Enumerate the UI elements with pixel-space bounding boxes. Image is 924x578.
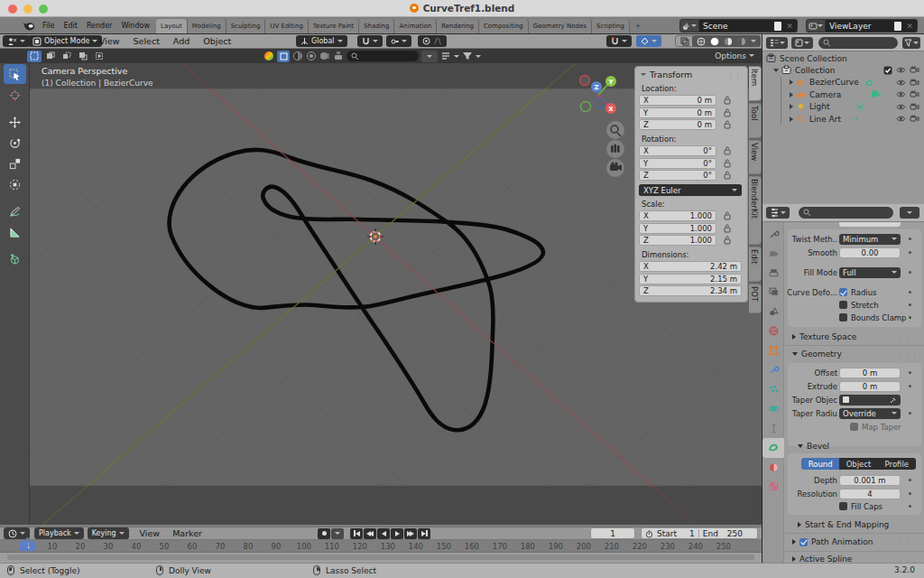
collection-checkbox[interactable] — [883, 66, 892, 75]
render-toggle-icon[interactable] — [910, 79, 919, 87]
taper-radius-dropdown[interactable]: Override — [839, 408, 901, 419]
workspace-tab-rendering[interactable]: Rendering — [437, 19, 479, 33]
shading-wireframe-icon[interactable] — [697, 37, 706, 46]
workspace-tab-uv-editing[interactable]: UV Editing — [265, 19, 309, 33]
prev-keyframe-button[interactable] — [364, 528, 376, 539]
mode-dropdown[interactable]: Object Mode — [28, 35, 102, 47]
bevel-tab-round[interactable]: Round — [801, 458, 839, 470]
rotation-mode-dropdown[interactable]: XYZ Euler — [639, 184, 742, 196]
sidebar-tab-item[interactable]: Item — [749, 66, 762, 101]
transform-scale-z-field[interactable]: Z1.000 — [639, 235, 716, 246]
bevel-resolution-field[interactable]: 4 — [839, 489, 901, 499]
expand-arrow[interactable] — [790, 92, 793, 98]
transform-scale-x-field[interactable]: X1.000 — [639, 210, 716, 221]
hide-toggle-icon[interactable] — [896, 115, 906, 123]
hide-toggle-icon[interactable] — [896, 79, 906, 87]
properties-tab-render[interactable] — [762, 244, 784, 264]
tool-select-box[interactable] — [4, 64, 26, 84]
tool-add-primitive[interactable] — [4, 249, 26, 269]
expand-arrow[interactable] — [790, 104, 793, 109]
play-button[interactable] — [391, 528, 403, 539]
menu-file[interactable]: File — [42, 22, 54, 30]
view-layer-name-field[interactable]: ViewLayer ✕ — [826, 19, 918, 33]
fill-caps-checkbox[interactable]: Fill Caps — [839, 502, 882, 511]
properties-tab-output[interactable] — [762, 263, 784, 283]
outliner-row-scene-collection[interactable]: Scene Collection — [762, 52, 924, 64]
expand-arrow[interactable] — [790, 79, 793, 85]
unlink-scene-icon[interactable]: ✕ — [786, 22, 793, 31]
outliner-row-beziercurve[interactable]: BezierCurve — [762, 77, 924, 89]
timeline-scrollbar[interactable] — [7, 555, 754, 560]
lock-scale-y-icon[interactable] — [724, 224, 731, 232]
hide-toggle-icon[interactable] — [896, 90, 906, 98]
blenderkit-hdr-icon[interactable] — [319, 51, 330, 61]
blenderkit-material-icon[interactable] — [292, 51, 303, 61]
zoom-button[interactable] — [606, 121, 624, 139]
offset-field[interactable]: 0 m — [839, 368, 901, 378]
path-animation-panel-header[interactable]: Path Animation — [792, 537, 873, 546]
bevel-panel-header[interactable]: Bevel — [798, 442, 829, 451]
shading-rendered-icon[interactable] — [737, 37, 746, 46]
transform-location-z-field[interactable]: Z0 m — [639, 119, 716, 130]
lock-rotation-z-icon[interactable] — [724, 171, 731, 179]
render-toggle-icon[interactable] — [910, 115, 919, 123]
transform-dimensions-z-field[interactable]: Z2.34 m — [639, 285, 742, 296]
transform-orientation-dropdown[interactable]: Global — [296, 35, 347, 47]
properties-tab-modifiers[interactable] — [762, 360, 784, 380]
map-taper-checkbox[interactable]: Map Taper — [850, 423, 901, 432]
transform-dimensions-x-field[interactable]: X2.42 m — [639, 261, 742, 272]
radius-checkbox[interactable]: Radius — [839, 288, 877, 297]
geometry-panel-header[interactable]: Geometry — [792, 350, 842, 359]
render-toggle-icon[interactable] — [910, 103, 919, 111]
blenderkit-logo-icon[interactable] — [263, 51, 274, 61]
bevel-tab-object[interactable]: Object — [839, 458, 877, 470]
outliner-row-camera[interactable]: Camera — [762, 89, 924, 100]
lock-rotation-x-icon[interactable] — [724, 146, 731, 154]
select-mode-new-button[interactable] — [27, 51, 42, 62]
editor-type-button[interactable] — [3, 35, 30, 47]
properties-tab-world[interactable] — [762, 322, 784, 341]
lock-scale-x-icon[interactable] — [724, 211, 731, 219]
select-mode-subtract-button[interactable] — [60, 51, 74, 62]
hide-toggle-icon[interactable] — [896, 103, 906, 111]
menu-object[interactable]: Object — [203, 36, 231, 46]
menu-window[interactable]: Window — [121, 22, 150, 30]
blenderkit-search-input[interactable] — [346, 51, 419, 61]
menu-select[interactable]: Select — [134, 36, 160, 46]
tool-cursor[interactable] — [4, 85, 26, 105]
snap-with-dropdown[interactable] — [386, 35, 411, 47]
tool-scale[interactable] — [4, 154, 26, 173]
bounds-clamp-checkbox[interactable]: Bounds Clamp — [839, 313, 907, 322]
tool-transform[interactable] — [4, 174, 26, 194]
expand-arrow[interactable] — [773, 69, 779, 72]
workspace-tab-modeling[interactable]: Modeling — [188, 19, 226, 33]
properties-search-input[interactable] — [799, 207, 893, 219]
properties-editor-type-button[interactable] — [766, 207, 790, 219]
outliner-search-input[interactable] — [818, 37, 898, 49]
new-view-layer-icon[interactable] — [894, 22, 901, 31]
extrude-field[interactable]: 0 m — [839, 381, 901, 392]
workspace-tab-geometry-nodes[interactable]: Geometry Nodes — [529, 19, 592, 33]
view-layer-browse-button[interactable] — [806, 19, 826, 33]
shading-solid-icon[interactable] — [710, 37, 719, 46]
render-toggle-icon[interactable] — [910, 66, 919, 74]
blenderkit-search-dropdown[interactable] — [421, 51, 438, 62]
blenderkit-scene-icon[interactable] — [306, 51, 317, 61]
transform-dimensions-y-field[interactable]: Y2.15 m — [639, 274, 742, 284]
sidebar-tab-edit[interactable]: Edit — [749, 247, 762, 282]
workspace-tab-animation[interactable]: Animation — [394, 19, 437, 33]
properties-tab-constraints[interactable] — [762, 418, 784, 438]
expand-arrow[interactable] — [790, 117, 793, 122]
stretch-checkbox[interactable]: Stretch — [839, 301, 879, 310]
transform-location-y-field[interactable]: Y0 m — [639, 107, 716, 118]
lock-location-y-icon[interactable] — [724, 108, 731, 117]
scene-name-field[interactable]: Scene ✕ — [699, 19, 798, 33]
remove-view-layer-icon[interactable]: ✕ — [906, 22, 913, 31]
transform-panel-header[interactable]: Transform ⋮⋮ — [635, 67, 747, 82]
taper-object-field[interactable] — [839, 395, 901, 406]
timeline-view-menu[interactable]: View — [140, 528, 161, 538]
sidebar-tab-pot[interactable]: POT — [749, 284, 762, 313]
lock-location-x-icon[interactable] — [724, 96, 731, 104]
gizmo-minus-x[interactable] — [580, 76, 590, 86]
workspace-tab-compositing[interactable]: Compositing — [479, 19, 529, 33]
